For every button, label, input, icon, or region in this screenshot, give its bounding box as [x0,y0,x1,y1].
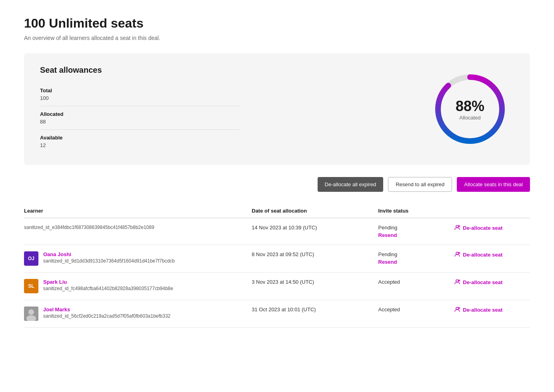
resend-link[interactable]: Resend [378,259,454,265]
avatar: OJ [24,251,38,266]
stat-total: Total 100 [40,83,240,106]
date-cell: 31 Oct 2023 at 10:01 (UTC) [252,300,378,328]
table-row: SL Spark Liu sanitized_id_fc498afcfba641… [24,273,530,300]
stat-allocated-value: 88 [40,119,240,125]
stat-total-label: Total [40,88,240,94]
table-row: Joel Marks sanitized_id_56cf2ed0c219a2ca… [24,300,530,328]
date-cell: 8 Nov 2023 at 09:52 (UTC) [252,245,378,273]
col-header-status: Invite status [378,204,454,218]
invite-status: Accepted [378,306,454,312]
learner-name: Oana Joshi [43,251,175,257]
status-col: Accepted [378,300,454,328]
donut-percent: 88% [456,98,484,115]
learner-cell: Joel Marks sanitized_id_56cf2ed0c219a2ca… [24,300,252,328]
svg-point-12 [28,309,34,315]
page-subtitle: An overview of all learners allocated a … [24,35,530,41]
action-cell: De-allocate seat [454,245,530,273]
learner-id: sanitized_id_e384fdbc1f687308639845bc41f… [24,225,154,230]
status-cell: Pending Resend [378,225,454,238]
deallocate-icon [454,225,460,231]
learner-info: Spark Liu sanitized_id_fc498afcfba641402… [43,279,173,291]
stat-available-label: Available [40,135,240,141]
svg-point-2 [456,225,458,228]
learner-cell: OJ Oana Joshi sanitized_id_9d1dd3d91310e… [24,245,252,273]
col-header-action [454,204,530,218]
stat-available: Available 12 [40,130,240,153]
table-row: sanitized_id_e384fdbc1f687308639845bc41f… [24,218,530,245]
deallocate-icon [454,306,460,313]
col-header-date: Date of seat allocation [252,204,378,218]
action-cell: De-allocate seat [454,218,530,245]
deallocate-seat-button[interactable]: De-allocate seat [454,225,530,231]
deallocate-seat-button[interactable]: De-allocate seat [454,279,530,285]
learner-cell: sanitized_id_e384fdbc1f687308639845bc41f… [24,218,252,245]
deallocate-icon [454,279,460,285]
status-cell: Accepted [378,306,454,312]
resend-all-button[interactable]: Resend to all expired [388,177,452,192]
donut-chart: 88% Allocated [426,65,514,153]
learner-name: Joel Marks [43,306,170,312]
learner-id: sanitized_id_fc498afcfba641402b82828a398… [43,286,173,291]
svg-point-5 [456,252,458,255]
actions-bar: De-allocate all expired Resend to all ex… [24,177,530,192]
learner-info: Oana Joshi sanitized_id_9d1dd3d91310e736… [43,251,175,264]
avatar: SL [24,279,38,293]
learner-cell: SL Spark Liu sanitized_id_fc498afcfba641… [24,273,252,300]
deallocate-seat-button[interactable]: De-allocate seat [454,251,530,258]
table-row: OJ Oana Joshi sanitized_id_9d1dd3d91310e… [24,245,530,273]
learner-id: sanitized_id_56cf2ed0c219a2cad5d7f05af0f… [43,313,170,319]
stat-total-value: 100 [40,95,240,101]
col-header-learner: Learner [24,204,252,218]
invite-status: Pending [378,251,454,257]
table-header-row: Learner Date of seat allocation Invite s… [24,204,530,218]
deallocate-seat-button[interactable]: De-allocate seat [454,306,530,313]
svg-point-8 [456,280,458,282]
status-cell: Pending Resend [378,251,454,265]
deallocate-icon [454,251,460,258]
donut-center: 88% Allocated [456,98,484,121]
status-col: Pending Resend [378,245,454,273]
stat-allocated-label: Allocated [40,111,240,117]
action-cell: De-allocate seat [454,300,530,328]
avatar [24,306,38,321]
allocate-seats-button[interactable]: Allocate seats in this deal [457,177,530,192]
resend-link[interactable]: Resend [378,232,454,238]
svg-point-14 [456,307,458,310]
donut-label: Allocated [459,115,480,121]
action-cell: De-allocate seat [454,273,530,300]
learner-info: sanitized_id_e384fdbc1f687308639845bc41f… [24,225,154,230]
learners-table: Learner Date of seat allocation Invite s… [24,204,530,328]
seat-allowances-heading: Seat allowances [40,66,240,75]
invite-status: Accepted [378,279,454,285]
learner-info: Joel Marks sanitized_id_56cf2ed0c219a2ca… [43,306,170,319]
page-title: 100 Unlimited seats [24,16,530,31]
learner-id: sanitized_id_9d1dd3d91310e7364d5f1604d91… [43,258,175,264]
stat-available-value: 12 [40,142,240,148]
date-cell: 14 Nov 2023 at 10:39 (UTC) [252,218,378,245]
learner-name: Spark Liu [43,279,173,285]
status-col: Pending Resend [378,218,454,245]
seat-stats: Seat allowances Total 100 Allocated 88 A… [40,66,240,153]
seat-allowances-card: Seat allowances Total 100 Allocated 88 A… [24,53,530,165]
invite-status: Pending [378,225,454,231]
status-col: Accepted [378,273,454,300]
stat-allocated: Allocated 88 [40,106,240,130]
date-cell: 3 Nov 2023 at 14:50 (UTC) [252,273,378,300]
deallocate-all-button[interactable]: De-allocate all expired [318,177,384,192]
status-cell: Accepted [378,279,454,285]
